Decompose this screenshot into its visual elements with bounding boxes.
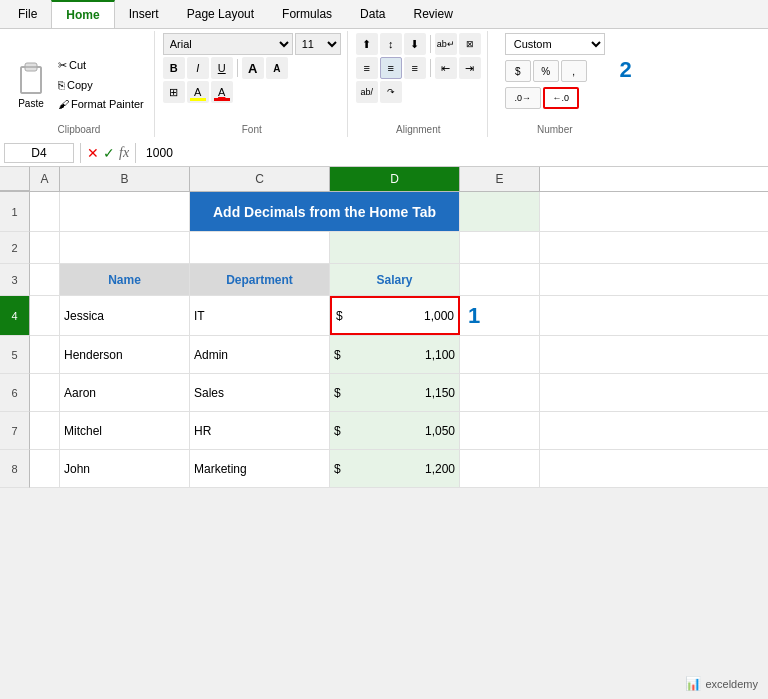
cell-b1[interactable]	[60, 192, 190, 231]
dollar-button[interactable]: $	[505, 60, 531, 82]
cell-a6[interactable]	[30, 374, 60, 411]
copy-button[interactable]: ⎘ Copy	[54, 76, 148, 94]
decrease-font-button[interactable]: A	[266, 57, 288, 79]
cell-b5[interactable]: Henderson	[60, 336, 190, 373]
row-header-5[interactable]: 5	[0, 336, 30, 374]
insert-function-icon[interactable]: fx	[119, 145, 129, 161]
cell-e5[interactable]	[460, 336, 540, 373]
cell-b7[interactable]: Mitchel	[60, 412, 190, 449]
d6-value: 1,150	[425, 386, 455, 400]
align-center-button[interactable]: ≡	[380, 57, 402, 79]
align-top-button[interactable]: ⬆	[356, 33, 378, 55]
merge-cells-button[interactable]: ⊠	[459, 33, 481, 55]
cancel-formula-icon[interactable]: ✕	[87, 145, 99, 161]
cell-e3[interactable]	[460, 264, 540, 295]
increase-font-button[interactable]: A	[242, 57, 264, 79]
cell-e2[interactable]	[460, 232, 540, 263]
cell-a8[interactable]	[30, 450, 60, 487]
cell-e8[interactable]	[460, 450, 540, 487]
cell-b2[interactable]	[60, 232, 190, 263]
cell-d2[interactable]	[330, 232, 460, 263]
align-left-button[interactable]: ≡	[356, 57, 378, 79]
cell-b6[interactable]: Aaron	[60, 374, 190, 411]
row-header-2[interactable]: 2	[0, 232, 30, 264]
align-right-button[interactable]: ≡	[404, 57, 426, 79]
cell-a2[interactable]	[30, 232, 60, 263]
cell-e4[interactable]: 1	[460, 296, 540, 335]
wrap-text-button[interactable]: ab↵	[435, 33, 457, 55]
cell-d6[interactable]: $ 1,150	[330, 374, 460, 411]
paste-button[interactable]: Paste	[10, 57, 52, 112]
cell-reference-input[interactable]	[4, 143, 74, 163]
cell-b8[interactable]: John	[60, 450, 190, 487]
orientation-button[interactable]: ab/	[356, 81, 378, 103]
tab-formulas[interactable]: Formulas	[268, 0, 346, 28]
cell-d3[interactable]: Salary	[330, 264, 460, 295]
tab-review[interactable]: Review	[399, 0, 466, 28]
col-header-e[interactable]: E	[460, 167, 540, 191]
cell-a7[interactable]	[30, 412, 60, 449]
cell-c7[interactable]: HR	[190, 412, 330, 449]
cell-c4[interactable]: IT	[190, 296, 330, 335]
cell-c5[interactable]: Admin	[190, 336, 330, 373]
cell-b4[interactable]: Jessica	[60, 296, 190, 335]
bold-button[interactable]: B	[163, 57, 185, 79]
row-header-3[interactable]: 3	[0, 264, 30, 296]
col-header-a[interactable]: A	[30, 167, 60, 191]
comma-button[interactable]: ,	[561, 60, 587, 82]
row-header-8[interactable]: 8	[0, 450, 30, 488]
decrease-decimal-button[interactable]: ←.0	[543, 87, 579, 109]
cell-e7[interactable]	[460, 412, 540, 449]
text-direction-button[interactable]: ↷	[380, 81, 402, 103]
percent-button[interactable]: %	[533, 60, 559, 82]
d4-dollar: $	[336, 309, 343, 323]
tab-page-layout[interactable]: Page Layout	[173, 0, 268, 28]
cell-a5[interactable]	[30, 336, 60, 373]
row-header-4[interactable]: 4	[0, 296, 30, 336]
cell-c8[interactable]: Marketing	[190, 450, 330, 487]
decrease-indent-button[interactable]: ⇤	[435, 57, 457, 79]
cell-b3[interactable]: Name	[60, 264, 190, 295]
font-size-select[interactable]: 11	[295, 33, 341, 55]
cell-e6[interactable]	[460, 374, 540, 411]
confirm-formula-icon[interactable]: ✓	[103, 145, 115, 161]
align-middle-button[interactable]: ↕	[380, 33, 402, 55]
cell-a4[interactable]	[30, 296, 60, 335]
cell-d7[interactable]: $ 1,050	[330, 412, 460, 449]
borders-button[interactable]: ⊞	[163, 81, 185, 103]
cell-c3[interactable]: Department	[190, 264, 330, 295]
fill-color-button[interactable]: A	[187, 81, 209, 103]
grid: Add Decimals from the Home Tab Name Depa…	[30, 192, 768, 488]
col-header-b[interactable]: B	[60, 167, 190, 191]
increase-decimal-button[interactable]: .0→	[505, 87, 541, 109]
cell-c6[interactable]: Sales	[190, 374, 330, 411]
cell-d8[interactable]: $ 1,200	[330, 450, 460, 487]
format-painter-button[interactable]: 🖌 Format Painter	[54, 95, 148, 113]
col-header-d[interactable]: D	[330, 167, 460, 191]
cell-c1-merged[interactable]: Add Decimals from the Home Tab	[190, 192, 460, 231]
formula-input[interactable]	[142, 144, 764, 162]
cut-button[interactable]: ✂ Cut	[54, 56, 148, 75]
cell-a1[interactable]	[30, 192, 60, 231]
italic-button[interactable]: I	[187, 57, 209, 79]
row-header-7[interactable]: 7	[0, 412, 30, 450]
d8-dollar: $	[334, 462, 341, 476]
cell-d5[interactable]: $ 1,100	[330, 336, 460, 373]
row-header-6[interactable]: 6	[0, 374, 30, 412]
cell-e1[interactable]	[460, 192, 540, 231]
cell-a3[interactable]	[30, 264, 60, 295]
cell-c2[interactable]	[190, 232, 330, 263]
font-color-button[interactable]: A	[211, 81, 233, 103]
underline-button[interactable]: U	[211, 57, 233, 79]
tab-home[interactable]: Home	[51, 0, 114, 28]
tab-file[interactable]: File	[4, 0, 51, 28]
row-header-1[interactable]: 1	[0, 192, 30, 232]
align-bottom-button[interactable]: ⬇	[404, 33, 426, 55]
number-format-dropdown[interactable]: Custom	[505, 33, 605, 55]
tab-data[interactable]: Data	[346, 0, 399, 28]
tab-insert[interactable]: Insert	[115, 0, 173, 28]
font-family-select[interactable]: Arial	[163, 33, 293, 55]
cell-d4[interactable]: $ 1,000	[330, 296, 460, 335]
col-header-c[interactable]: C	[190, 167, 330, 191]
increase-indent-button[interactable]: ⇥	[459, 57, 481, 79]
